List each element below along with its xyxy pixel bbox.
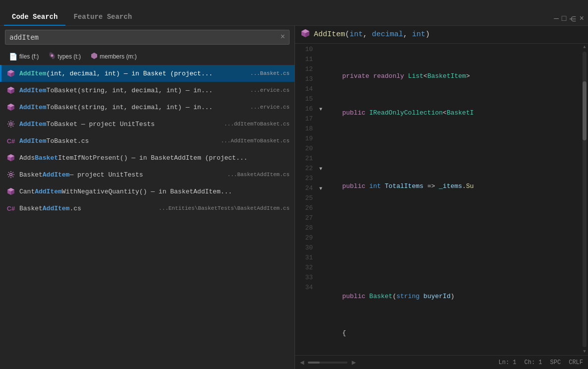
result-text: BasketAddItem — project UnitTests — [19, 171, 224, 179]
code-line — [325, 218, 581, 228]
result-highlight: AddItem — [43, 171, 70, 179]
tab-feature-search[interactable]: Feature Search — [65, 9, 140, 26]
list-item[interactable]: AddItem ToBasket(string, int, decimal, i… — [0, 82, 294, 99]
status-right: Ln: 1 Ch: 1 SPC CRLF — [499, 359, 583, 366]
result-suffix: — project UnitTests — [69, 171, 143, 179]
code-line — [325, 255, 581, 265]
result-meta: ...ervice.cs — [246, 104, 290, 110]
code-line: public IReadOnlyCollection<BasketI — [325, 108, 581, 118]
result-prefix: Basket — [19, 171, 43, 179]
code-line: private readonly List<BasketItem> — [325, 71, 581, 81]
list-item[interactable]: BasketAddItem — project UnitTests ...Bas… — [0, 166, 294, 183]
result-suffix: ToBasket(string, int, decimal, int) — in… — [47, 104, 213, 111]
code-scroll-area[interactable]: 10 11 12 13 14 15 16 17 18 19 20 21 22 2… — [295, 44, 581, 355]
members-icon — [91, 52, 98, 61]
result-highlight: AddItem — [19, 137, 47, 145]
list-item[interactable]: AddItem (int, decimal, int) — in Basket … — [0, 65, 294, 82]
line-numbers: 10 11 12 13 14 15 16 17 18 19 20 21 22 2… — [295, 44, 317, 355]
results-list: AddItem (int, decimal, int) — in Basket … — [0, 65, 294, 369]
result-suffix: ToBasket(string, int, decimal, int) — in… — [47, 87, 213, 94]
members-filter-label: members (m:) — [100, 53, 137, 60]
scroll-left-arrow[interactable]: ◀ — [300, 358, 304, 367]
code-header-title: AddItem(int, decimal, int) — [314, 30, 430, 39]
result-suffix: ItemIfNotPresent() — in BasketAddItem (p… — [58, 154, 247, 162]
scrollbar-up-arrow[interactable]: ▲ — [581, 44, 588, 51]
result-highlight: AddItem — [35, 188, 62, 195]
result-meta: ...Entities\BasketTests\BasketAddItem.cs — [155, 205, 290, 211]
main-layout: × 📄 files (f:) types (t:) — [0, 26, 588, 369]
csharp-icon: C# — [6, 136, 15, 145]
scroll-indicator: ◀ ▶ — [300, 358, 356, 367]
result-suffix: (int, decimal, int) — in Basket (project… — [47, 70, 213, 77]
result-text: AddsBasketItemIfNotPresent() — in Basket… — [19, 154, 290, 162]
result-meta: ...ddItemToBasket.cs — [220, 121, 290, 127]
code-header-cube-icon — [301, 29, 310, 40]
types-filter-label: types (t:) — [58, 53, 81, 60]
scrollbar-thumb[interactable] — [583, 81, 587, 140]
list-item[interactable]: AddItem ToBasket — project UnitTests ...… — [0, 116, 294, 132]
result-text: AddItem ToBasket.cs — [19, 137, 217, 145]
cube-icon — [6, 153, 15, 162]
status-left: ◀ ▶ — [300, 358, 356, 367]
close-icon[interactable]: × — [579, 14, 584, 23]
filter-bar: 📄 files (f:) types (t:) — [0, 49, 294, 65]
scroll-right-arrow[interactable]: ▶ — [352, 358, 355, 367]
list-item[interactable]: C# BasketAddItem.cs ...Entities\BasketTe… — [0, 200, 294, 217]
list-item[interactable]: AddItem ToBasket(string, int, decimal, i… — [0, 99, 294, 116]
result-highlight: AddItem — [19, 87, 47, 94]
files-filter-button[interactable]: 📄 files (f:) — [5, 51, 43, 62]
file-icon: 📄 — [9, 53, 17, 61]
code-line: { — [325, 328, 581, 338]
csharp-icon: C# — [6, 204, 15, 213]
result-highlight: AddItem — [19, 70, 47, 77]
result-prefix: Cant — [19, 188, 35, 195]
status-bar: ◀ ▶ Ln: 1 Ch: 1 SPC CRLF — [295, 355, 588, 369]
cube-icon — [6, 86, 15, 95]
result-prefix: Adds — [19, 154, 35, 162]
right-panel: AddItem(int, decimal, int) 10 11 12 13 1… — [295, 26, 588, 369]
svg-point-10 — [10, 123, 12, 125]
right-scrollbar[interactable]: ▲ ▼ — [581, 44, 588, 355]
search-container: × — [0, 26, 294, 49]
result-suffix: ToBasket — project UnitTests — [47, 121, 155, 128]
result-suffix: ToBasket.cs — [47, 137, 89, 145]
result-suffix: WithNegativeQuantity() — in BasketAddIte… — [62, 188, 232, 195]
code-header: AddItem(int, decimal, int) — [295, 26, 588, 44]
restore-icon[interactable]: □ — [562, 14, 567, 23]
code-view: 10 11 12 13 14 15 16 17 18 19 20 21 22 2… — [295, 44, 588, 355]
scrollbar-down-arrow[interactable]: ▼ — [581, 348, 588, 355]
scroll-thumb — [308, 362, 320, 364]
list-item[interactable]: CantAddItemWithNegativeQuantity() — in B… — [0, 183, 294, 200]
tab-bar: Code Search Feature Search — □ ⋲ × — [0, 0, 588, 26]
list-item[interactable]: C# AddItem ToBasket.cs ...AddItemToBaske… — [0, 132, 294, 149]
clear-search-button[interactable]: × — [276, 31, 289, 44]
gear-icon — [6, 120, 15, 128]
search-input[interactable] — [5, 30, 276, 44]
split-icon[interactable]: ⋲ — [569, 15, 576, 23]
list-item[interactable]: AddsBasketItemIfNotPresent() — in Basket… — [0, 149, 294, 166]
scrollbar-track — [583, 52, 587, 347]
gear-icon — [6, 170, 15, 179]
result-highlight: AddItem — [19, 121, 47, 128]
status-ch: Ch: 1 — [525, 359, 542, 366]
minimize-icon[interactable]: — — [554, 14, 559, 23]
members-filter-button[interactable]: members (m:) — [87, 51, 141, 62]
result-text: CantAddItemWithNegativeQuantity() — in B… — [19, 188, 290, 195]
svg-point-14 — [10, 174, 12, 176]
result-meta: ...Basket.cs — [246, 70, 290, 76]
status-spc: SPC — [550, 359, 561, 366]
left-panel: × 📄 files (f:) types (t:) — [0, 26, 295, 369]
result-text: AddItem ToBasket — project UnitTests — [19, 121, 220, 128]
result-text: AddItem ToBasket(string, int, decimal, i… — [19, 104, 246, 111]
code-lines: private readonly List<BasketItem> public… — [325, 44, 581, 355]
code-line — [325, 145, 581, 155]
result-highlight: Basket — [35, 154, 58, 162]
cube-icon — [6, 69, 15, 78]
result-text: AddItem ToBasket(string, int, decimal, i… — [19, 87, 246, 94]
fn-name: AddItem — [314, 30, 345, 39]
tab-code-search[interactable]: Code Search — [4, 9, 65, 26]
result-text: AddItem (int, decimal, int) — in Basket … — [19, 70, 246, 77]
result-meta: ...ervice.cs — [246, 87, 290, 93]
types-filter-button[interactable]: types (t:) — [45, 51, 85, 62]
result-highlight: AddItem — [43, 205, 70, 212]
